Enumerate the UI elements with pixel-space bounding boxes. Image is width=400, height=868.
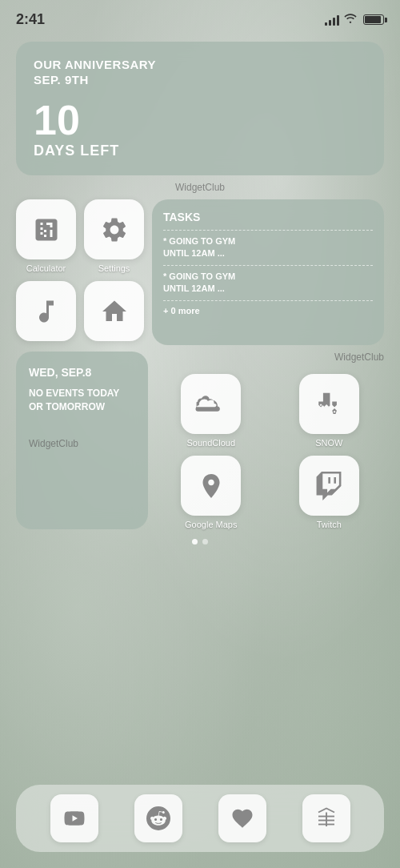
widgetclub-label-1: WidgetClub xyxy=(16,182,384,193)
calendar-widget: Wed, Sep.8 No events today or tomorrow W… xyxy=(16,352,148,529)
snow-label: SNOW xyxy=(315,438,342,448)
googlemaps-app[interactable]: Google Maps xyxy=(156,456,266,529)
appstore-icon xyxy=(314,806,338,830)
youtube-icon xyxy=(62,806,86,830)
music-icon-bg xyxy=(16,281,76,341)
task-item-1: * Going to GymUntil 12am ... xyxy=(163,235,373,260)
status-icons xyxy=(325,13,384,26)
status-time: 2:41 xyxy=(16,11,45,28)
task-item-2: * Going to GymUntil 12am ... xyxy=(163,271,373,295)
apps-left-column: Calculator Settings xyxy=(16,199,144,345)
widgetclub-label-2: WidgetClub xyxy=(156,352,384,363)
soundcloud-app[interactable]: SoundCloud xyxy=(156,374,266,448)
twitch-icon-bg xyxy=(299,456,359,516)
apps-bottom-row xyxy=(16,281,144,345)
signal-icon xyxy=(325,14,339,26)
page-dot-1 xyxy=(192,539,198,545)
library-svg xyxy=(100,297,129,326)
settings-svg xyxy=(100,215,129,244)
calculator-app[interactable]: Calculator xyxy=(16,199,76,273)
tasks-more: + 0 more xyxy=(163,306,373,315)
battery-icon xyxy=(363,14,384,25)
youtube-dock-app[interactable] xyxy=(50,794,98,842)
tasks-widget: Tasks * Going to GymUntil 12am ... * Goi… xyxy=(152,199,384,345)
music-svg xyxy=(32,297,61,326)
health-dock-app[interactable] xyxy=(218,794,266,842)
calculator-label: Calculator xyxy=(26,263,66,273)
snow-svg xyxy=(315,391,342,418)
googlemaps-svg xyxy=(197,472,226,500)
reddit-icon xyxy=(146,806,170,830)
page-indicator xyxy=(16,539,384,545)
library-app[interactable] xyxy=(84,281,144,345)
twitch-app[interactable]: Twitch xyxy=(274,456,385,529)
main-content: Our anniversary Sep. 9th 10 Days Left Wi… xyxy=(0,35,400,557)
soundcloud-icon-bg xyxy=(181,374,241,434)
anniversary-widget: Our anniversary Sep. 9th 10 Days Left xyxy=(16,42,384,175)
tasks-title: Tasks xyxy=(163,211,373,223)
days-number: 10 xyxy=(34,99,366,141)
googlemaps-label: Google Maps xyxy=(185,520,237,529)
health-icon xyxy=(230,806,254,830)
widgetclub-label-3: WidgetClub xyxy=(29,438,135,449)
settings-app[interactable]: Settings xyxy=(84,199,144,273)
page-dot-2 xyxy=(202,539,208,545)
calendar-desc: No events today or tomorrow xyxy=(29,387,135,414)
soundcloud-svg xyxy=(195,394,227,415)
calendar-day: Wed, Sep.8 xyxy=(29,366,135,379)
right-apps: WidgetClub SoundCloud xyxy=(156,352,384,529)
snow-app[interactable]: SNOW xyxy=(274,374,385,448)
settings-icon-bg xyxy=(84,199,144,259)
calculator-icon-bg xyxy=(16,199,76,259)
music-app[interactable] xyxy=(16,281,76,345)
tasks-divider-3 xyxy=(163,300,373,301)
anniversary-date: Sep. 9th xyxy=(34,73,366,86)
bottom-section: Wed, Sep.8 No events today or tomorrow W… xyxy=(16,352,384,529)
tasks-divider-2 xyxy=(163,265,373,266)
apps-tasks-row: Calculator Settings xyxy=(16,199,384,345)
soundcloud-label: SoundCloud xyxy=(186,438,235,448)
appstore-dock-app[interactable] xyxy=(302,794,350,842)
library-icon-bg xyxy=(84,281,144,341)
anniversary-title: Our anniversary xyxy=(34,58,366,71)
apps-top-row: Calculator Settings xyxy=(16,199,144,273)
wifi-icon xyxy=(344,13,357,26)
twitch-svg xyxy=(314,472,343,500)
reddit-dock-app[interactable] xyxy=(134,794,182,842)
googlemaps-icon-bg xyxy=(181,456,241,516)
twitch-label: Twitch xyxy=(317,520,342,529)
days-label: Days Left xyxy=(34,143,366,159)
status-bar: 2:41 xyxy=(0,0,400,35)
snow-icon-bg xyxy=(299,374,359,434)
dock xyxy=(16,785,384,852)
settings-label: Settings xyxy=(98,263,130,273)
tasks-divider-1 xyxy=(163,230,373,231)
bottom-apps-grid: SoundCloud SNOW xyxy=(156,374,384,529)
calculator-svg xyxy=(32,215,61,244)
